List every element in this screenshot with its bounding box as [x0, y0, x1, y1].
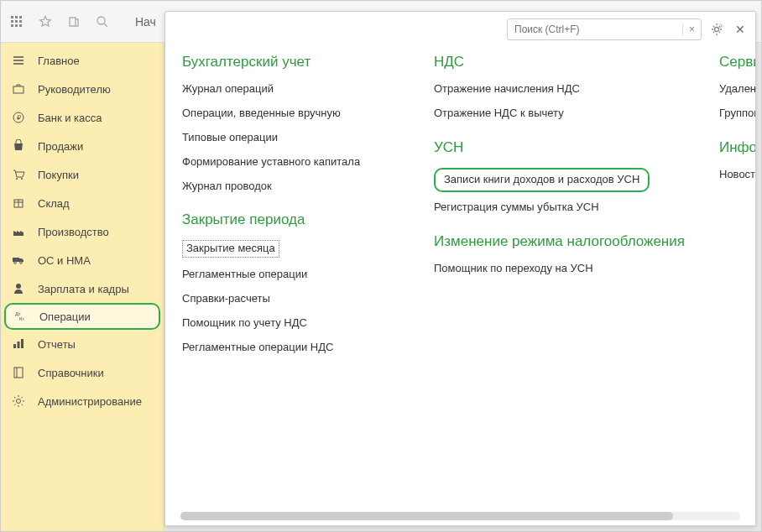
section-service: Сервис Удаление по Групповое пе — [719, 54, 755, 121]
link-usn-transition-assistant[interactable]: Помощник по переходу на УСН — [434, 262, 686, 276]
section-title: Сервис — [719, 54, 755, 70]
star-icon[interactable] — [36, 13, 55, 31]
svg-rect-8 — [19, 24, 22, 27]
link-vat-assistant[interactable]: Помощник по учету НДС — [182, 316, 400, 331]
sidebar-item-manager[interactable]: Руководителю — [1, 75, 164, 103]
history-icon[interactable] — [65, 13, 83, 31]
briefcase-icon — [11, 81, 26, 96]
sidebar: Главное Руководителю ₽ Банк и касса Прод… — [1, 43, 164, 531]
scrollbar-thumb[interactable] — [180, 512, 673, 520]
clear-icon[interactable]: × — [682, 23, 701, 35]
apps-icon[interactable] — [8, 13, 26, 31]
svg-rect-11 — [13, 86, 23, 93]
svg-point-9 — [97, 17, 105, 24]
link-regulated-operations[interactable]: Регламентные операции — [182, 268, 400, 282]
svg-rect-17 — [13, 258, 19, 262]
link-manual-operations[interactable]: Операции, введенные вручную — [182, 107, 400, 121]
svg-rect-24 — [18, 342, 20, 348]
sidebar-item-label: Руководителю — [38, 83, 111, 96]
sidebar-item-label: Главное — [38, 55, 80, 67]
svg-rect-23 — [13, 344, 16, 348]
section-title: Изменение режима налогообложения — [434, 233, 686, 250]
sidebar-item-label: Склад — [38, 197, 70, 210]
link-usn-loss-registration[interactable]: Регистрация суммы убытка УСН — [434, 201, 686, 215]
section-period-close: Закрытие периода Закрытие месяца Регламе… — [182, 211, 400, 354]
search-icon[interactable] — [93, 13, 112, 31]
sidebar-item-label: ОС и НМА — [38, 254, 91, 267]
operations-panel: × ✕ Бухгалтерский учет Журнал операций О… — [164, 11, 756, 526]
sidebar-item-purchases[interactable]: Покупки — [1, 160, 164, 189]
link-typical-operations[interactable]: Типовые операции — [182, 131, 400, 145]
factory-icon — [11, 224, 26, 239]
truck-icon — [11, 253, 26, 268]
section-accounting: Бухгалтерский учет Журнал операций Опера… — [182, 54, 400, 193]
svg-point-19 — [20, 262, 23, 264]
sidebar-item-assets[interactable]: ОС и НМА — [1, 246, 164, 274]
link-regulated-vat[interactable]: Регламентные операции НДС — [182, 341, 400, 355]
svg-rect-6 — [11, 24, 13, 27]
sidebar-item-sales[interactable]: Продажи — [1, 132, 164, 160]
horizontal-scrollbar[interactable] — [180, 512, 740, 520]
sidebar-item-warehouse[interactable]: Склад — [1, 189, 164, 217]
link-journal-entries[interactable]: Журнал проводок — [182, 180, 400, 194]
link-month-close[interactable]: Закрытие месяца — [182, 240, 279, 258]
svg-rect-3 — [11, 20, 13, 23]
gear-icon — [11, 394, 26, 409]
tab-start[interactable]: Нач — [135, 15, 156, 29]
svg-rect-7 — [15, 24, 18, 27]
link-reference-calculations[interactable]: Справки-расчеты — [182, 292, 400, 306]
link-vat-accrual[interactable]: Отражение начисления НДС — [434, 82, 686, 96]
section-title: Информация — [719, 139, 755, 156]
svg-rect-4 — [15, 20, 18, 23]
section-usn: УСН Записи книги доходов и расходов УСН … — [434, 139, 686, 215]
sidebar-item-operations[interactable]: ДтКт Операции — [4, 303, 160, 330]
svg-rect-26 — [14, 368, 23, 378]
svg-point-29 — [715, 28, 719, 32]
link-vat-deduction[interactable]: Отражение НДС к вычету — [434, 107, 686, 121]
link-group-op[interactable]: Групповое пе — [719, 107, 755, 121]
link-delete-by[interactable]: Удаление по — [719, 82, 755, 96]
link-news[interactable]: Новости — [719, 168, 755, 182]
sidebar-item-label: Справочники — [38, 367, 104, 379]
book-icon — [11, 365, 26, 380]
svg-text:Кт: Кт — [19, 316, 24, 321]
close-icon[interactable]: ✕ — [735, 23, 745, 36]
menu-icon — [11, 53, 26, 68]
sidebar-item-bank[interactable]: ₽ Банк и касса — [1, 103, 164, 132]
section-information: Информация Новости — [719, 139, 755, 182]
settings-icon[interactable] — [710, 22, 727, 37]
sidebar-item-reports[interactable]: Отчеты — [1, 330, 164, 358]
panel-body: Бухгалтерский учет Журнал операций Опера… — [165, 47, 755, 525]
svg-rect-0 — [11, 16, 13, 18]
search-input[interactable] — [508, 23, 682, 35]
column-2: НДС Отражение начисления НДС Отражение Н… — [434, 54, 686, 525]
sidebar-item-label: Отчеты — [38, 338, 76, 351]
svg-rect-1 — [15, 16, 18, 18]
search-box: × — [507, 18, 702, 40]
column-3: Сервис Удаление по Групповое пе Информац… — [719, 54, 755, 525]
sidebar-item-admin[interactable]: Администрирование — [1, 387, 164, 415]
chart-icon — [11, 336, 26, 352]
link-capital-formation[interactable]: Формирование уставного капитала — [182, 155, 400, 170]
svg-point-28 — [17, 399, 21, 404]
link-usn-book-entries[interactable]: Записи книги доходов и расходов УСН — [434, 168, 650, 192]
panel-header: × ✕ — [165, 12, 755, 47]
box-icon — [11, 196, 26, 211]
sidebar-item-salary[interactable]: Зарплата и кадры — [1, 274, 164, 303]
sidebar-item-directories[interactable]: Справочники — [1, 358, 164, 387]
svg-rect-2 — [19, 16, 22, 18]
sidebar-item-production[interactable]: Производство — [1, 217, 164, 246]
section-title: НДС — [434, 54, 686, 70]
svg-point-15 — [21, 178, 23, 180]
sidebar-item-main[interactable]: Главное — [1, 46, 164, 75]
svg-line-10 — [104, 23, 107, 27]
section-title: Бухгалтерский учет — [182, 54, 400, 70]
section-title: Закрытие периода — [182, 211, 400, 228]
sidebar-item-label: Производство — [38, 226, 109, 238]
link-journal-operations[interactable]: Журнал операций — [182, 82, 400, 96]
sidebar-item-label: Операции — [39, 310, 91, 323]
section-tax-regime: Изменение режима налогообложения Помощни… — [434, 233, 686, 276]
section-title: УСН — [434, 139, 686, 156]
sidebar-item-label: Покупки — [38, 169, 79, 181]
ruble-icon: ₽ — [11, 110, 26, 125]
